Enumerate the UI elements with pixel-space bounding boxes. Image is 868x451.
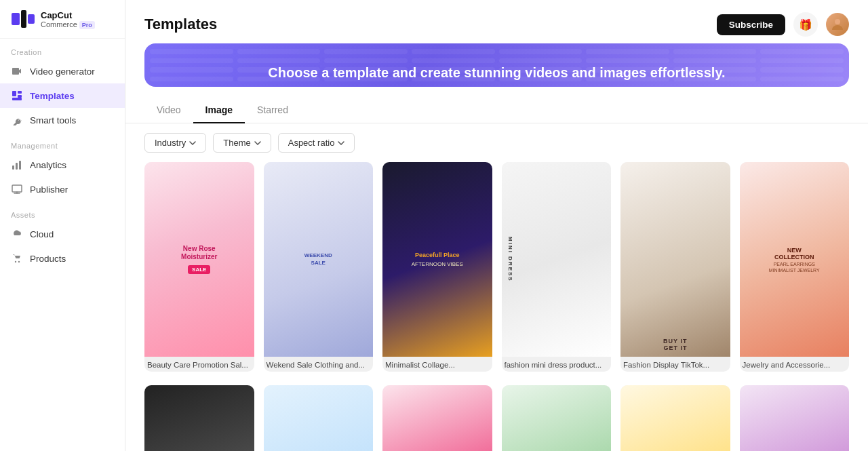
- management-label: Management: [0, 132, 125, 153]
- analytics-icon: [11, 159, 23, 171]
- tools-icon: [11, 114, 23, 126]
- tab-image[interactable]: Image: [193, 98, 245, 123]
- avatar-icon: [829, 16, 846, 33]
- template-thumbnail: [620, 385, 730, 451]
- hero-tile: [237, 58, 321, 64]
- template-card[interactable]: NEW ARRIVAL New Arrival...: [502, 385, 612, 451]
- template-label: fashion mini dress product...: [502, 357, 612, 372]
- template-card[interactable]: New RoseMoisturizer SALE Beauty Care Pro…: [144, 162, 254, 372]
- hero-tile: [324, 58, 408, 64]
- template-thumbnail: NEW ARRIVAL: [502, 385, 612, 451]
- sidebar-item-label: Analytics: [30, 160, 66, 170]
- template-label: Fashion Display TikTok...: [620, 357, 730, 372]
- sidebar-item-smart-tools[interactable]: Smart tools: [0, 108, 125, 132]
- topbar: Templates Subscribe 🎁: [125, 0, 868, 43]
- hero-tile: [673, 49, 757, 54]
- sidebar-item-label: Video generator: [30, 66, 95, 77]
- template-card[interactable]: PUSH YOURSTYLE Push Your...: [740, 385, 850, 451]
- hero-tile: [150, 58, 233, 64]
- svg-rect-5: [12, 98, 22, 100]
- template-card[interactable]: WEEKENDSALE Wekend Sale Clothing and...: [264, 162, 374, 372]
- sidebar-item-analytics[interactable]: Analytics: [0, 153, 125, 177]
- tabs: Video Image Starred: [125, 98, 868, 123]
- svg-rect-4: [18, 91, 22, 94]
- template-thumbnail: WEEKENDSALE: [264, 162, 374, 357]
- creation-label: Creation: [0, 39, 125, 59]
- chevron-down-icon: [338, 141, 344, 145]
- svg-rect-0: [12, 13, 20, 25]
- publisher-icon: [11, 183, 23, 195]
- svg-point-12: [18, 261, 20, 262]
- sidebar-item-templates[interactable]: Templates: [0, 83, 125, 108]
- templates-grid-row1: New RoseMoisturizer SALE Beauty Care Pro…: [125, 162, 868, 385]
- svg-rect-1: [21, 10, 26, 28]
- sidebar-item-label: Products: [30, 254, 66, 264]
- hero-tile: [412, 49, 495, 54]
- sidebar-item-cloud[interactable]: Cloud: [0, 222, 125, 246]
- template-thumbnail: EMBRACE: [144, 385, 254, 451]
- template-card[interactable]: EMBRACE Embrace...: [144, 385, 254, 451]
- filter-theme[interactable]: Theme: [213, 133, 271, 153]
- svg-rect-7: [12, 165, 14, 170]
- template-thumbnail: PUSH YOURSTYLE: [740, 385, 850, 451]
- svg-rect-9: [19, 161, 21, 170]
- template-thumbnail: [382, 385, 492, 451]
- templates-grid-row2: EMBRACE Embrace... Template 2 Template 3…: [125, 385, 868, 451]
- cloud-icon: [11, 228, 23, 240]
- products-icon: [11, 252, 23, 264]
- tab-video[interactable]: Video: [144, 98, 193, 123]
- logo-icon: [11, 9, 35, 28]
- assets-label: Assets: [0, 201, 125, 222]
- hero-tile: [760, 58, 844, 64]
- hero-tile: [150, 49, 233, 54]
- avatar[interactable]: [826, 13, 849, 36]
- pro-badge: Pro: [79, 21, 95, 29]
- template-card[interactable]: Peacefull Place AFTERNOON VIBES Minimali…: [382, 162, 492, 372]
- hero-tile: [499, 49, 583, 54]
- logo: CapCut Commerce Pro: [0, 0, 125, 39]
- template-thumbnail: NEWCOLLECTION PEARL EARRINGS MINIMALIST …: [740, 162, 850, 357]
- template-thumbnail: [264, 385, 374, 451]
- hero-tile: [673, 58, 757, 64]
- filter-industry-label: Industry: [155, 138, 186, 148]
- sidebar-item-products[interactable]: Products: [0, 246, 125, 271]
- svg-point-13: [835, 19, 840, 24]
- svg-rect-3: [12, 91, 16, 96]
- template-card[interactable]: Template 2: [264, 385, 374, 451]
- hero-title: Choose a template and create stunning vi…: [144, 65, 849, 81]
- sidebar-item-video-generator[interactable]: Video generator: [0, 59, 125, 83]
- svg-rect-8: [16, 163, 18, 170]
- chevron-down-icon: [254, 141, 261, 145]
- logo-text: CapCut Commerce Pro: [41, 10, 95, 28]
- template-label: Jewelry and Accessorie...: [740, 357, 850, 372]
- svg-rect-6: [18, 95, 22, 98]
- templates-icon: [11, 90, 23, 102]
- hero-tile: [237, 49, 321, 54]
- filter-theme-label: Theme: [223, 138, 250, 148]
- capcut-logo-svg: [12, 10, 35, 28]
- template-thumbnail: MINI DRESS: [502, 162, 612, 357]
- template-card[interactable]: Template 3: [382, 385, 492, 451]
- template-card[interactable]: NEWCOLLECTION PEARL EARRINGS MINIMALIST …: [740, 162, 850, 372]
- template-label: Minimalist Collage...: [382, 357, 492, 372]
- main-content: Templates Subscribe 🎁 Choose a template …: [125, 0, 868, 451]
- sidebar-item-label: Templates: [30, 91, 75, 101]
- template-card[interactable]: Template 5: [620, 385, 730, 451]
- sidebar: CapCut Commerce Pro Creation Video gener…: [0, 0, 125, 451]
- template-card[interactable]: BUY ITGET IT Fashion Display TikTok...: [620, 162, 730, 372]
- hero-tile: [412, 58, 495, 64]
- sidebar-item-publisher[interactable]: Publisher: [0, 177, 125, 201]
- template-card[interactable]: MINI DRESS fashion mini dress product...: [502, 162, 612, 372]
- subscribe-button[interactable]: Subscribe: [717, 14, 785, 35]
- filter-industry[interactable]: Industry: [144, 133, 206, 153]
- hero-tile: [324, 49, 408, 54]
- gift-icon-button[interactable]: 🎁: [793, 12, 818, 37]
- template-thumbnail: New RoseMoisturizer SALE: [144, 162, 254, 357]
- hero-tile: [586, 49, 669, 54]
- template-label: Wekend Sale Clothing and...: [264, 357, 374, 372]
- tab-starred[interactable]: Starred: [245, 98, 300, 123]
- filter-aspect-ratio[interactable]: Aspect ratio: [278, 133, 355, 153]
- video-icon: [11, 65, 23, 77]
- sidebar-item-label: Smart tools: [30, 115, 76, 125]
- template-thumbnail: Peacefull Place AFTERNOON VIBES: [382, 162, 492, 357]
